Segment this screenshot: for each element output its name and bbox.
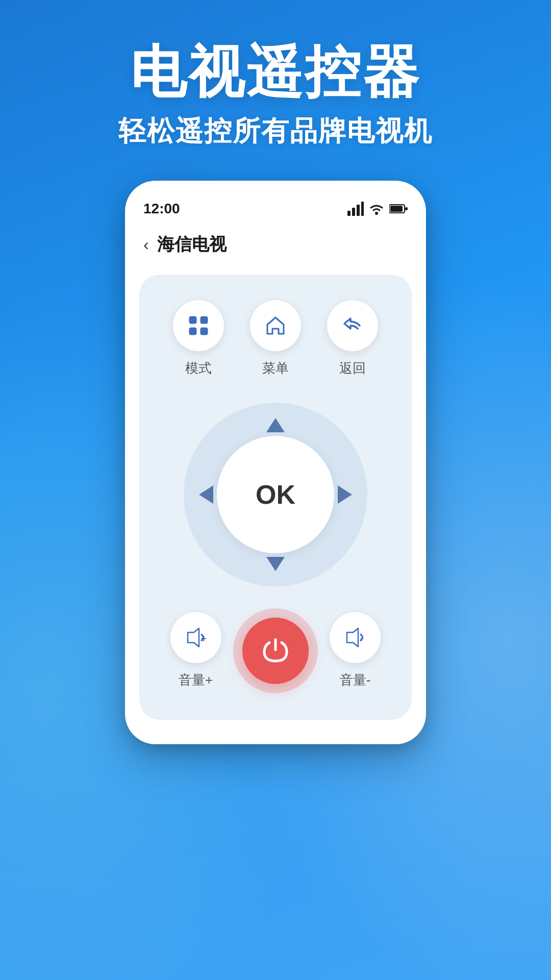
ok-label: OK: [256, 479, 295, 510]
nav-title: 海信电视: [157, 233, 227, 256]
status-time: 12:00: [143, 201, 180, 217]
mode-button-wrap: 模式: [173, 300, 224, 377]
svg-rect-7: [405, 207, 408, 210]
status-bar: 12:00: [125, 195, 426, 223]
vol-down-label: 音量-: [340, 671, 371, 689]
power-icon: [260, 635, 291, 666]
hero-subtitle: 轻松遥控所有品牌电视机: [118, 113, 433, 150]
svg-rect-3: [361, 202, 364, 216]
phone-mockup: 12:00: [125, 181, 426, 744]
status-icons: [347, 202, 408, 216]
back-remote-button[interactable]: [327, 300, 378, 351]
svg-rect-6: [390, 206, 403, 212]
vol-down-button-wrap: - 音量-: [330, 612, 381, 689]
dpad: OK: [184, 403, 367, 586]
back-icon: [340, 313, 365, 338]
ok-button[interactable]: OK: [217, 436, 334, 553]
svg-text:-: -: [360, 633, 363, 644]
nav-bar: ‹ 海信电视: [125, 223, 426, 266]
svg-rect-11: [201, 328, 208, 335]
back-button[interactable]: ‹: [143, 235, 149, 254]
svg-marker-12: [188, 628, 199, 647]
svg-marker-15: [347, 628, 358, 647]
menu-button[interactable]: [250, 300, 301, 351]
vol-up-icon: +: [184, 625, 208, 650]
signal-icon: [347, 202, 364, 216]
svg-rect-2: [357, 205, 360, 216]
arrow-right-icon: [338, 485, 352, 504]
svg-point-4: [375, 212, 378, 215]
svg-rect-10: [189, 328, 196, 335]
menu-button-wrap: 菜单: [250, 300, 301, 377]
svg-rect-8: [189, 316, 196, 324]
mode-icon: [186, 313, 211, 338]
arrow-down-icon: [266, 557, 285, 571]
back-button-wrap: 返回: [327, 300, 378, 377]
svg-text:+: +: [201, 633, 207, 644]
phone-bottom: [125, 720, 426, 744]
vol-up-button[interactable]: +: [170, 612, 221, 663]
svg-rect-9: [201, 316, 208, 324]
bottom-buttons-row: + 音量+: [160, 612, 391, 689]
menu-label: 菜单: [262, 359, 289, 377]
power-button-wrap: [242, 618, 309, 684]
menu-home-icon: [263, 313, 288, 338]
battery-icon: [389, 203, 408, 214]
vol-up-label: 音量+: [179, 671, 213, 689]
svg-rect-0: [347, 211, 350, 216]
top-buttons-row: 模式 菜单: [160, 300, 391, 377]
vol-up-button-wrap: + 音量+: [170, 612, 221, 689]
arrow-right-button[interactable]: [330, 479, 360, 510]
power-button[interactable]: [242, 618, 309, 684]
remote-panel: 模式 菜单: [139, 275, 412, 720]
arrow-left-icon: [199, 485, 213, 504]
svg-rect-1: [352, 208, 355, 216]
mode-label: 模式: [185, 359, 212, 377]
vol-down-button[interactable]: -: [330, 612, 381, 663]
hero-title: 电视遥控器: [130, 41, 421, 103]
wifi-icon: [368, 202, 385, 216]
arrow-down-button[interactable]: [260, 549, 291, 579]
mode-button[interactable]: [173, 300, 224, 351]
arrow-up-icon: [266, 418, 285, 432]
vol-down-icon: -: [343, 625, 367, 650]
back-label: 返回: [339, 359, 366, 377]
page-content: 电视遥控器 轻松遥控所有品牌电视机 12:00: [0, 0, 551, 980]
